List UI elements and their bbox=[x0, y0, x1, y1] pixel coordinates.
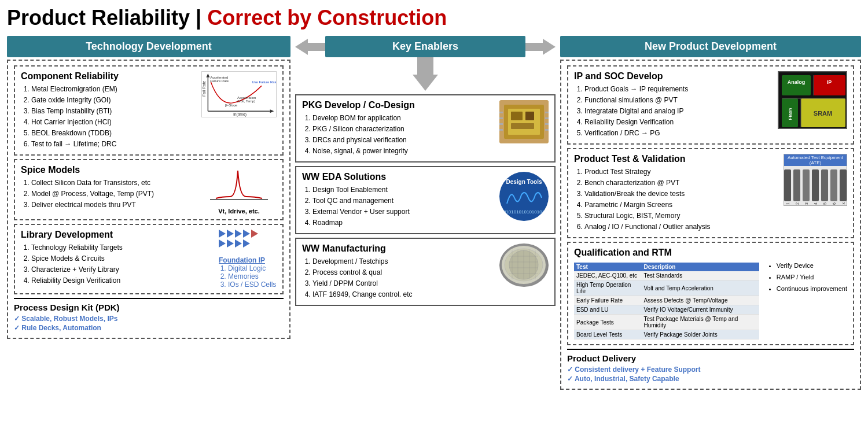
spice-inner: Spice Models Collect Silicon Data for Tr… bbox=[21, 165, 277, 215]
rtm-bullet-2: RAMP / Yield bbox=[777, 272, 847, 283]
arrow-8 bbox=[235, 239, 242, 248]
ate-dev-label-5: Device 5 bbox=[823, 202, 827, 206]
right-column: New Product Development IP and SOC Devel… bbox=[560, 36, 861, 390]
library-arrows-area: Foundation IP Digital Logic Memories IOs… bbox=[219, 230, 277, 289]
component-reliability-list: Metal Electromigration (EM) Gate oxide I… bbox=[31, 84, 198, 149]
pkg-item-1: Develop BOM for application bbox=[312, 113, 495, 123]
product-test-list: Product Test Strategy Bench characteriza… bbox=[584, 167, 780, 232]
eda-solutions-box: WW EDA Solutions Design Tool Enablement … bbox=[295, 166, 556, 234]
rtm-row-2: High Temp Operation Life Volt and Temp A… bbox=[574, 280, 759, 296]
ip-chip-image: Analog IP Flash SRAM bbox=[778, 71, 847, 129]
ate-device-x: Device x bbox=[840, 169, 847, 206]
library-section: Library Development Technology Reliabili… bbox=[14, 224, 284, 294]
eda-circle-image: Design Tools 0101010101010101 bbox=[499, 172, 549, 221]
ip-soc-section: IP and SOC Develop Product Goals → IP re… bbox=[567, 65, 854, 145]
pkg-title: PKG Develop / Co-Design bbox=[302, 100, 495, 110]
mfg-inner: WW Manufacturing Development / Testchips… bbox=[302, 243, 549, 300]
pkg-item-4: Noise, signal, & power integrity bbox=[312, 146, 495, 156]
rtm-r6-test: Board Level Tests bbox=[574, 330, 641, 339]
page: Product Reliability | Correct by Constru… bbox=[0, 0, 868, 396]
pt-item-1: Product Test Strategy bbox=[584, 167, 780, 177]
lib-item-2: Spice Models & Circuits bbox=[31, 253, 215, 264]
rtm-row-3: Early Failure Rate Assess Defects @ Temp… bbox=[574, 296, 759, 305]
foundation-ip-list: Digital Logic Memories IOs / ESD Cells bbox=[228, 264, 277, 289]
pt-item-6: Analog / IO / Functional / Outlier analy… bbox=[584, 221, 780, 232]
spice-bell-chart bbox=[204, 165, 274, 205]
center-content: PKG Develop / Co-Design Develop BOM for … bbox=[295, 94, 556, 306]
ate-devices-row: Device 1 Device 2 Device 3 bbox=[784, 169, 847, 206]
ate-device-5: Device 5 bbox=[821, 169, 828, 206]
eda-wave-svg bbox=[504, 186, 545, 209]
ip-chip-svg: Analog IP Flash SRAM bbox=[779, 72, 847, 129]
mfg-text: WW Manufacturing Development / Testchips… bbox=[302, 243, 495, 300]
pdk-item-2: Rule Decks, Automation bbox=[14, 324, 284, 332]
svg-text:IP: IP bbox=[827, 79, 832, 85]
rtm-r5-desc: Test Package Materials @ Temp and Humidi… bbox=[641, 315, 759, 330]
fip-item-3: IOs / ESD Cells bbox=[228, 280, 277, 289]
pt-item-3: Validation/Break the device tests bbox=[584, 189, 780, 199]
eda-item-1: Design Tool Enablement bbox=[312, 184, 495, 195]
ate-device-6: Device 6 bbox=[830, 169, 837, 206]
product-test-text: Product Test & Validation Product Test S… bbox=[574, 154, 780, 232]
eda-item-2: Tool QC and management bbox=[312, 195, 495, 206]
arrow-right-body bbox=[525, 43, 543, 51]
left-arrow-group bbox=[295, 39, 325, 55]
pkg-list: Develop BOM for application PKG / Silico… bbox=[312, 113, 495, 156]
svg-rect-22 bbox=[499, 129, 503, 131]
library-list: Technology Reliability Targets Spice Mod… bbox=[31, 242, 215, 286]
svg-rect-24 bbox=[545, 117, 549, 119]
arrow-row-1 bbox=[219, 230, 277, 238]
svg-rect-19 bbox=[499, 112, 503, 113]
component-reliability-inner: Component Reliability Metal Electromigra… bbox=[21, 71, 277, 150]
qualification-section: Qualification and RTM Test Description bbox=[567, 242, 854, 345]
center-column: Key Enablers PKG Develop / Co-Design bbox=[295, 36, 556, 306]
ip-soc-text: IP and SOC Develop Product Goals → IP re… bbox=[574, 71, 774, 139]
svg-marker-3 bbox=[206, 73, 209, 77]
component-reliability-text: Component Reliability Metal Electromigra… bbox=[21, 71, 198, 150]
eda-text: WW EDA Solutions Design Tool Enablement … bbox=[302, 172, 495, 228]
arrow-3 bbox=[235, 230, 242, 238]
wafer-image bbox=[499, 243, 549, 287]
right-arrow-group bbox=[525, 39, 556, 55]
ip-item-5: Verification / DRC → PG bbox=[584, 128, 774, 138]
cr-item-5: BEOL Breakdown (TDDB) bbox=[31, 128, 198, 138]
svg-rect-16 bbox=[511, 112, 523, 120]
left-dashed-box: Component Reliability Metal Electromigra… bbox=[7, 60, 290, 339]
library-inner: Library Development Technology Reliabili… bbox=[21, 230, 277, 289]
arrow-5-pink bbox=[251, 230, 258, 238]
pkg-text: PKG Develop / Co-Design Develop BOM for … bbox=[302, 100, 495, 157]
ip-item-3: Integratate Digital and analog IP bbox=[584, 106, 774, 116]
qualification-inner: Test Description JEDEC, AEC-Q100, etc Te… bbox=[574, 260, 847, 339]
rtm-r2-test: High Temp Operation Life bbox=[574, 280, 641, 296]
ate-device-1: Device 1 bbox=[784, 169, 791, 206]
fip-item-1: Digital Logic bbox=[228, 264, 277, 272]
spice-list: Collect Silicon Data for Transistors, et… bbox=[31, 178, 198, 210]
component-reliability-chart: Fail Rate ln(time) Accelerated Failure R… bbox=[201, 71, 277, 117]
arrow-right-head bbox=[543, 39, 556, 55]
svg-text:(Volt, Temp): (Volt, Temp) bbox=[237, 99, 255, 103]
arrow-down-head bbox=[413, 75, 438, 91]
pdk-list: Scalable, Robust Models, IPs Rule Decks,… bbox=[14, 315, 284, 332]
pkg-item-3: DRCs and physical verification bbox=[312, 135, 495, 145]
library-title: Library Development bbox=[21, 230, 215, 240]
ate-device-3: Device 3 bbox=[803, 169, 810, 206]
library-text: Library Development Technology Reliabili… bbox=[21, 230, 215, 286]
pkg-inner: PKG Develop / Co-Design Develop BOM for … bbox=[302, 100, 549, 157]
rtm-col-test: Test bbox=[574, 263, 641, 271]
spice-text: Spice Models Collect Silicon Data for Tr… bbox=[21, 165, 198, 211]
component-reliability-section: Component Reliability Metal Electromigra… bbox=[14, 65, 284, 156]
pkg-develop-box: PKG Develop / Co-Design Develop BOM for … bbox=[295, 94, 556, 163]
pdk-title: Process Design Kit (PDK) bbox=[14, 302, 284, 312]
fip-item-2: Memories bbox=[228, 272, 277, 280]
rtm-row-6: Board Level Tests Verify Package Solder … bbox=[574, 330, 759, 339]
product-test-title: Product Test & Validation bbox=[574, 154, 780, 164]
pt-item-4: Parametric / Margin Screens bbox=[584, 200, 780, 210]
arrow-7 bbox=[227, 239, 234, 248]
svg-rect-18 bbox=[511, 123, 534, 129]
three-col-layout: Technology Development Component Reliabi… bbox=[7, 36, 861, 390]
svg-text:β=Slope: β=Slope bbox=[225, 104, 238, 107]
svg-text:SRAM: SRAM bbox=[814, 110, 832, 117]
rtm-bullets: Verify Device RAMP / Yield Continuous im… bbox=[768, 260, 847, 294]
arrow-left-body bbox=[308, 43, 325, 51]
eda-circle-label: Design Tools bbox=[506, 179, 542, 185]
